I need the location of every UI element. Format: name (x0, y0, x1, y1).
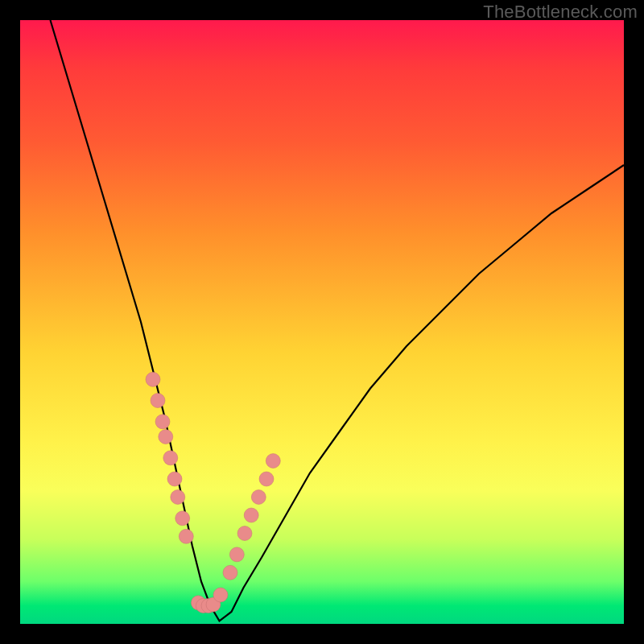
sample-dot (251, 490, 266, 505)
sample-dot (259, 472, 274, 486)
sample-dot (151, 394, 165, 408)
watermark-text: TheBottleneck.com (483, 2, 638, 23)
sample-dot (163, 451, 178, 465)
sample-dot (146, 372, 160, 386)
sample-dot (229, 547, 244, 562)
sample-dot (159, 430, 173, 444)
bottleneck-curve (51, 20, 625, 621)
sample-dot (266, 454, 280, 469)
sample-dot (237, 526, 252, 541)
sample-dots-group (146, 372, 280, 613)
sample-dot (171, 490, 185, 505)
sample-dot (213, 588, 228, 602)
chart-frame (20, 20, 624, 624)
sample-dot (167, 472, 182, 486)
sample-dot (155, 415, 170, 429)
sample-dot (175, 511, 190, 526)
sample-dot (244, 508, 258, 522)
chart-svg (20, 20, 624, 624)
sample-dot (223, 565, 237, 580)
sample-dot (179, 529, 193, 543)
